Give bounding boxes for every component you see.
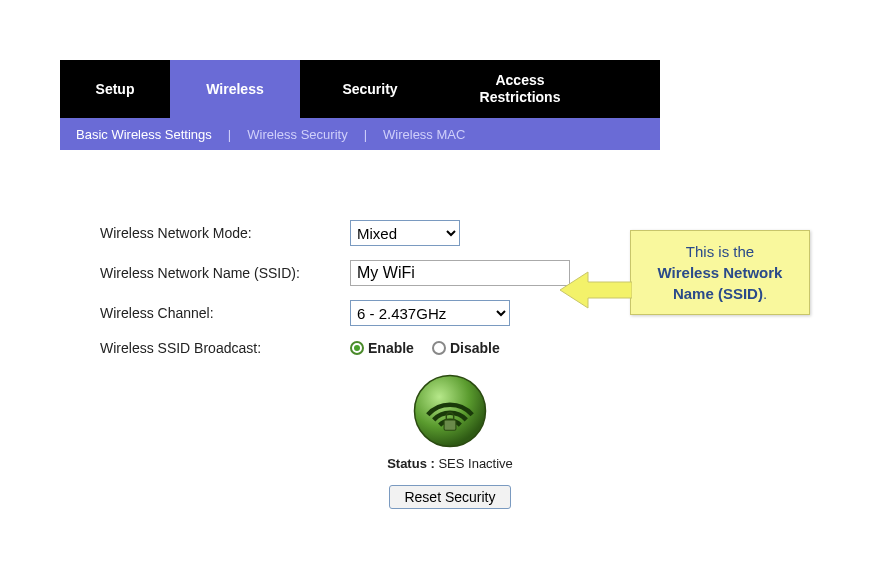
tab-security[interactable]: Security	[300, 60, 440, 118]
reset-security-button[interactable]: Reset Security	[389, 485, 510, 509]
tab-setup[interactable]: Setup	[60, 60, 170, 118]
subnav-separator: |	[222, 127, 237, 142]
select-network-mode[interactable]: Mixed	[350, 220, 460, 246]
callout-tooltip: This is the Wireless Network Name (SSID)…	[630, 230, 830, 315]
select-channel[interactable]: 6 - 2.437GHz	[350, 300, 510, 326]
svg-marker-2	[560, 272, 632, 308]
radio-label-enable: Enable	[368, 340, 414, 356]
svg-rect-1	[444, 420, 456, 430]
radio-broadcast-enable[interactable]: Enable	[350, 340, 414, 356]
subnav-wireless-security[interactable]: Wireless Security	[237, 127, 357, 142]
main-nav: Setup Wireless Security AccessRestrictio…	[60, 60, 660, 118]
callout-arrow-icon	[560, 270, 632, 310]
radio-broadcast-disable[interactable]: Disable	[432, 340, 500, 356]
label-network-mode: Wireless Network Mode:	[100, 225, 350, 241]
callout-text-1: This is the	[686, 243, 754, 260]
label-channel: Wireless Channel:	[100, 305, 350, 321]
subnav-separator: |	[358, 127, 373, 142]
callout-text-3: .	[763, 285, 767, 302]
radio-icon	[432, 341, 446, 355]
tab-access-restrictions[interactable]: AccessRestrictions	[440, 60, 600, 118]
input-ssid[interactable]	[350, 260, 570, 286]
label-ssid-broadcast: Wireless SSID Broadcast:	[100, 340, 350, 356]
callout-box: This is the Wireless Network Name (SSID)…	[630, 230, 810, 315]
radio-label-disable: Disable	[450, 340, 500, 356]
ses-button-icon[interactable]	[413, 374, 487, 448]
ses-status-label: Status :	[387, 456, 435, 471]
ses-status-value: SES Inactive	[438, 456, 512, 471]
subnav-basic-wireless[interactable]: Basic Wireless Settings	[66, 127, 222, 142]
subnav-wireless-mac[interactable]: Wireless MAC	[373, 127, 475, 142]
ses-status: Status : SES Inactive	[350, 456, 550, 471]
radio-icon	[350, 341, 364, 355]
tab-wireless[interactable]: Wireless	[170, 60, 300, 118]
label-ssid: Wireless Network Name (SSID):	[100, 265, 350, 281]
ses-area: Status : SES Inactive Reset Security	[350, 374, 550, 509]
sub-nav: Basic Wireless Settings | Wireless Secur…	[60, 118, 660, 150]
